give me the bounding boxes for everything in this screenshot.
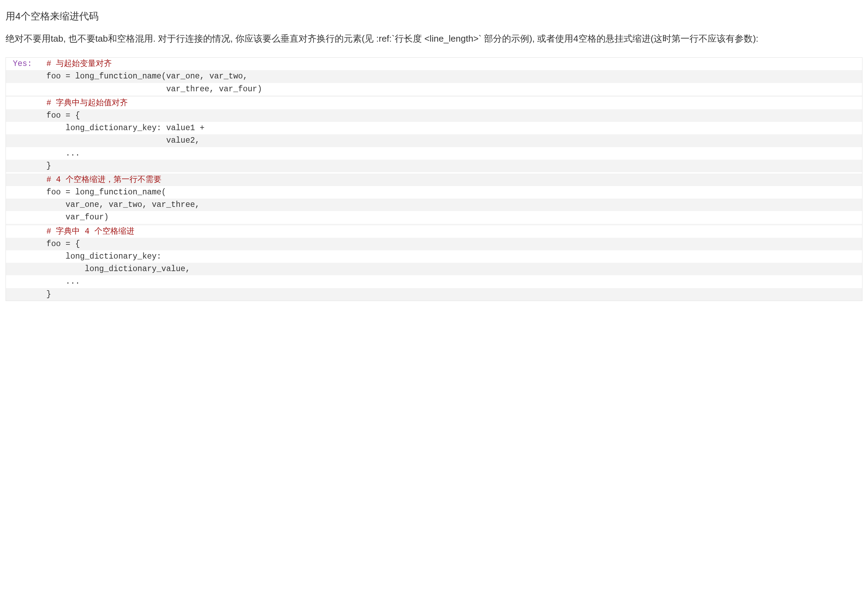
- code-line: # 4 个空格缩进，第一行不需要: [6, 174, 862, 186]
- document-content: 用4个空格来缩进代码 绝对不要用tab, 也不要tab和空格混用. 对于行连接的…: [6, 7, 862, 301]
- code-line: foo = {: [6, 238, 862, 250]
- code-line: }: [6, 288, 862, 301]
- code-line: value2,: [6, 134, 862, 147]
- code-line: foo = long_function_name(: [6, 186, 862, 199]
- code-line: long_dictionary_key:: [6, 250, 862, 263]
- code-line: ...: [6, 275, 862, 288]
- code-line: # 字典中 4 个空格缩进: [6, 225, 862, 238]
- code-line: foo = {: [6, 109, 862, 122]
- code-comment: # 与起始变量对齐: [47, 59, 112, 68]
- section-heading: 用4个空格来缩进代码: [6, 7, 862, 25]
- code-example: Yes: # 与起始变量对齐 foo = long_function_name(…: [6, 57, 862, 301]
- code-line: }: [6, 160, 862, 172]
- code-line: long_dictionary_key: value1 +: [6, 122, 862, 134]
- code-comment: # 4 个空格缩进，第一行不需要: [47, 175, 161, 185]
- code-line: foo = long_function_name(var_one, var_tw…: [6, 70, 862, 83]
- code-line: # 字典中与起始值对齐: [6, 97, 862, 109]
- code-line: ...: [6, 147, 862, 160]
- code-comment: # 字典中与起始值对齐: [47, 99, 128, 108]
- code-line: var_four): [6, 211, 862, 224]
- code-keyword: Yes:: [13, 59, 32, 68]
- code-line: var_three, var_four): [6, 83, 862, 96]
- code-line: var_one, var_two, var_three,: [6, 199, 862, 211]
- code-line: long_dictionary_value,: [6, 263, 862, 275]
- section-paragraph: 绝对不要用tab, 也不要tab和空格混用. 对于行连接的情况, 你应该要么垂直…: [6, 30, 862, 47]
- code-line: Yes: # 与起始变量对齐: [6, 58, 862, 70]
- code-comment: # 字典中 4 个空格缩进: [47, 227, 134, 236]
